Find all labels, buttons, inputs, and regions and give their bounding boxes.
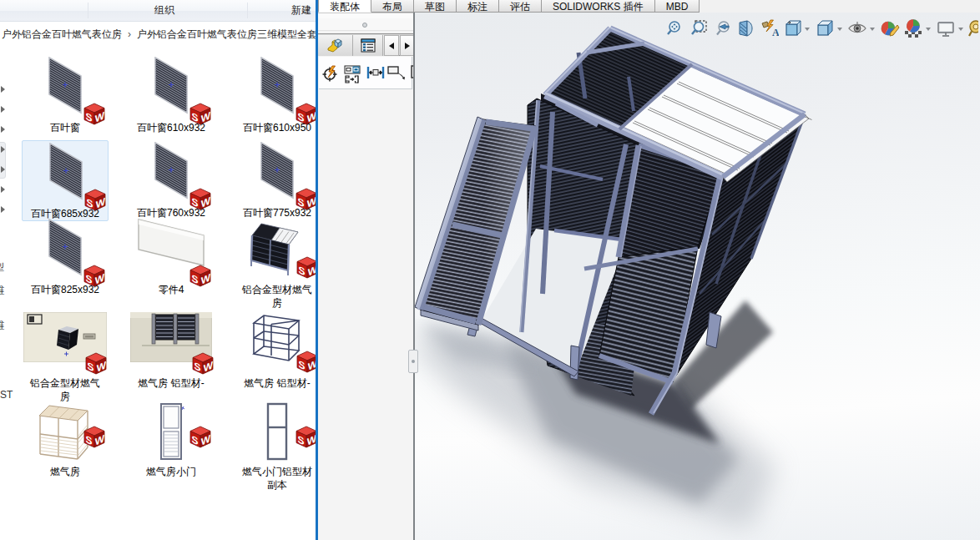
- file-thumbnail: S W: [234, 217, 321, 280]
- hide-annotations-icon[interactable]: A: [759, 18, 779, 38]
- command-tab-MBD[interactable]: MBD: [655, 0, 700, 13]
- louver-part-thumbnail: [49, 143, 83, 200]
- tree-expander-icon[interactable]: [1, 186, 5, 193]
- file-item[interactable]: S W 百叶窗685x932: [22, 140, 109, 221]
- file-thumbnail: S W: [128, 401, 215, 462]
- apply-scene-icon[interactable]: [903, 18, 923, 38]
- command-tab-标注[interactable]: 标注: [457, 0, 499, 13]
- hide-show-items-icon[interactable]: [847, 18, 867, 38]
- file-item[interactable]: S W 铝合金型材燃气房: [234, 217, 321, 310]
- panel-tab-scroll-right[interactable]: [400, 35, 414, 56]
- breadcrumb-folder-current[interactable]: 户外铝合金百叶燃气表位房三维模型全套: [137, 28, 316, 40]
- tree-expander-icon[interactable]: [1, 106, 5, 113]
- command-tab-布局[interactable]: 布局: [371, 0, 414, 13]
- solidworks-file-badge: S W: [296, 103, 317, 125]
- file-item[interactable]: S W 零件4: [128, 217, 215, 296]
- solidworks-file-badge: S W: [85, 352, 107, 375]
- zoom-to-area-icon[interactable]: [689, 18, 709, 38]
- select-other-icon[interactable]: [387, 65, 407, 80]
- command-tab-装配体[interactable]: 装配体: [318, 0, 371, 13]
- solidworks-file-badge: S W: [192, 352, 214, 375]
- command-tab-草图[interactable]: 草图: [414, 0, 457, 13]
- view-orientation-dropdown-icon[interactable]: [805, 28, 810, 31]
- file-thumbnail: S W: [22, 55, 109, 119]
- svg-text:S: S: [194, 360, 201, 374]
- file-item[interactable]: S W 燃气房: [22, 401, 109, 478]
- organize-menu-button[interactable]: 组织: [154, 0, 174, 21]
- panel-tab-scroll-left[interactable]: [384, 35, 399, 56]
- louver-part-thumbnail: [154, 142, 188, 199]
- measure-icon[interactable]: [366, 65, 385, 80]
- graphics-viewport[interactable]: A: [415, 13, 980, 540]
- louver-part-thumbnail: [260, 142, 294, 199]
- file-item[interactable]: S W 百叶窗760x932: [128, 140, 215, 220]
- tree-expander-icon[interactable]: [1, 126, 5, 133]
- file-thumbnail: S W: [22, 217, 109, 280]
- file-label: 燃气小门铝型材副本: [234, 465, 321, 492]
- svg-text:S: S: [192, 195, 199, 209]
- section-view-icon[interactable]: [735, 18, 755, 38]
- file-thumbnail: S W: [128, 140, 215, 204]
- heads-up-view-toolbar: A: [664, 18, 980, 40]
- command-manager-grip[interactable]: [318, 18, 415, 31]
- command-manager-tabs: 装配体布局草图标注评估SOLIDWORKS 插件MBD: [318, 0, 980, 13]
- file-grid: S W 百叶窗 S W 百叶窗610x932 S W 百叶窗610x950 S …: [18, 47, 316, 540]
- solidworks-file-badge: S W: [296, 426, 317, 448]
- file-thumbnail: S W: [234, 55, 321, 119]
- display-style-dropdown-icon[interactable]: [837, 28, 842, 31]
- edit-appearance-icon[interactable]: [880, 18, 900, 38]
- svg-text:S: S: [299, 358, 306, 372]
- tree-expander-icon[interactable]: [1, 166, 5, 173]
- property-manager-icon: [359, 38, 377, 53]
- explorer-command-bar: 组织 新建: [0, 0, 316, 22]
- quick-mate-icon[interactable]: [322, 65, 339, 82]
- file-item[interactable]: S W 百叶窗: [22, 55, 109, 134]
- scroll-left-icon: [389, 43, 394, 49]
- file-item[interactable]: S W 百叶窗825x932: [22, 217, 109, 296]
- tree-expander-icon[interactable]: [1, 86, 5, 93]
- svg-text:S: S: [86, 272, 93, 286]
- previous-view-icon[interactable]: [712, 18, 732, 38]
- file-item[interactable]: S W 燃气房 铝型材-: [234, 310, 321, 390]
- screenshot-stage: 组织 新建 户外铝合金百叶燃气表位房›户外铝合金百叶燃气表位房三维模型全套 型 …: [0, 0, 980, 540]
- display-style-icon[interactable]: [815, 18, 835, 38]
- zoom-to-fit-icon[interactable]: [665, 18, 685, 38]
- view-settings-icon[interactable]: [936, 18, 956, 38]
- panel-tab-bar: [318, 33, 415, 56]
- tab-property-manager[interactable]: [353, 35, 383, 56]
- apply-scene-dropdown-icon[interactable]: [926, 28, 931, 31]
- scroll-right-icon: [405, 43, 410, 49]
- breadcrumb-chevron-icon: ›: [122, 22, 137, 47]
- file-item[interactable]: S W 铝合金型材燃气房: [22, 310, 109, 403]
- file-thumbnail: S W: [128, 310, 215, 374]
- new-menu-button[interactable]: 新建: [291, 0, 311, 21]
- file-label: 燃气房小门: [128, 465, 215, 478]
- copy-with-mates-icon[interactable]: [344, 65, 361, 83]
- svg-text:S: S: [192, 272, 199, 286]
- file-item[interactable]: S W 百叶窗610x950: [234, 55, 321, 134]
- panel-splitter-handle[interactable]: [408, 350, 418, 373]
- hide-show-items-dropdown-icon[interactable]: [870, 28, 875, 31]
- file-item[interactable]: S W 燃气房 铝型材-: [128, 310, 215, 390]
- tree-label-fragment: ST: [0, 389, 13, 401]
- louver-part-thumbnail: [48, 57, 82, 114]
- file-item[interactable]: S W 燃气房小门: [128, 401, 215, 478]
- breadcrumb[interactable]: 户外铝合金百叶燃气表位房›户外铝合金百叶燃气表位房三维模型全套: [0, 22, 316, 47]
- file-thumbnail: S W: [234, 310, 321, 374]
- tree-expander-icon[interactable]: [1, 206, 5, 213]
- command-bar-separator: [247, 3, 248, 18]
- measure-partial-icon[interactable]: [968, 18, 978, 38]
- solidworks-file-badge: S W: [189, 265, 211, 287]
- tree-expander-icon[interactable]: [1, 146, 5, 153]
- file-item[interactable]: S W 百叶窗610x932: [128, 55, 215, 134]
- breadcrumb-folder[interactable]: 户外铝合金百叶燃气表位房: [2, 28, 122, 40]
- louver-part-thumbnail: [48, 219, 82, 276]
- command-tab-addins[interactable]: SOLIDWORKS 插件: [542, 0, 655, 13]
- 3d-model-gas-meter-enclosure[interactable]: [415, 13, 980, 540]
- file-item[interactable]: S W 燃气小门铝型材副本: [234, 401, 321, 492]
- view-orientation-icon[interactable]: [782, 18, 802, 38]
- file-item[interactable]: S W 百叶窗775x932: [234, 140, 321, 220]
- command-tab-评估[interactable]: 评估: [499, 0, 542, 13]
- view-settings-dropdown-icon[interactable]: [958, 28, 963, 31]
- tab-feature-manager[interactable]: [318, 35, 353, 56]
